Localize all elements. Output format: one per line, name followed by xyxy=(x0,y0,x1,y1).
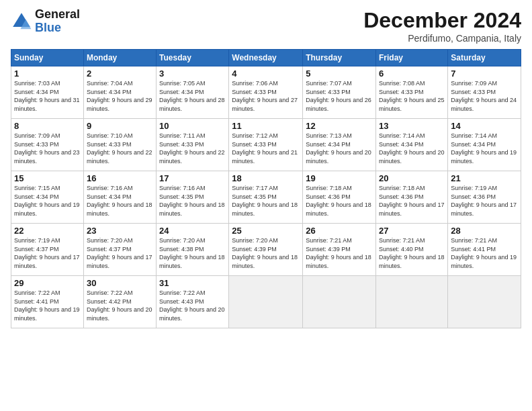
table-row: 10 Sunrise: 7:11 AMSunset: 4:33 PMDaylig… xyxy=(157,119,229,171)
table-row: 9 Sunrise: 7:10 AMSunset: 4:33 PMDayligh… xyxy=(83,119,156,171)
table-row: 27 Sunrise: 7:21 AMSunset: 4:40 PMDaylig… xyxy=(376,224,448,276)
day-number: 5 xyxy=(306,68,373,79)
calendar-week-row: 22 Sunrise: 7:19 AMSunset: 4:37 PMDaylig… xyxy=(11,224,521,276)
table-row: 20 Sunrise: 7:18 AMSunset: 4:36 PMDaylig… xyxy=(376,171,448,224)
day-number: 13 xyxy=(379,121,445,131)
day-number: 2 xyxy=(87,68,153,79)
day-number: 15 xyxy=(14,173,81,183)
calendar-week-row: 1 Sunrise: 7:03 AMSunset: 4:34 PMDayligh… xyxy=(11,66,521,119)
day-number: 17 xyxy=(159,173,226,183)
day-number: 16 xyxy=(87,173,153,183)
table-row: 5 Sunrise: 7:07 AMSunset: 4:33 PMDayligh… xyxy=(303,66,376,119)
table-row: 4 Sunrise: 7:06 AMSunset: 4:33 PMDayligh… xyxy=(229,66,303,119)
day-info: Sunrise: 7:14 AMSunset: 4:34 PMDaylight:… xyxy=(451,132,518,165)
logo-icon xyxy=(11,11,32,32)
table-row: 25 Sunrise: 7:20 AMSunset: 4:39 PMDaylig… xyxy=(229,224,303,276)
table-row: 17 Sunrise: 7:16 AMSunset: 4:35 PMDaylig… xyxy=(157,171,229,224)
day-number: 18 xyxy=(232,173,300,183)
day-info: Sunrise: 7:17 AMSunset: 4:35 PMDaylight:… xyxy=(232,184,300,218)
day-number: 9 xyxy=(87,121,153,131)
col-saturday: Saturday xyxy=(448,50,521,66)
day-info: Sunrise: 7:21 AMSunset: 4:40 PMDaylight:… xyxy=(379,236,445,270)
day-number: 24 xyxy=(159,226,226,236)
day-number: 27 xyxy=(379,226,445,236)
calendar-table: Sunday Monday Tuesday Wednesday Thursday… xyxy=(11,49,521,328)
day-number: 7 xyxy=(451,68,518,79)
day-number: 4 xyxy=(232,68,300,79)
day-number: 31 xyxy=(159,278,226,288)
table-row: 15 Sunrise: 7:15 AMSunset: 4:34 PMDaylig… xyxy=(11,171,84,224)
calendar-week-row: 15 Sunrise: 7:15 AMSunset: 4:34 PMDaylig… xyxy=(11,171,521,224)
day-info: Sunrise: 7:18 AMSunset: 4:36 PMDaylight:… xyxy=(379,184,445,218)
day-number: 21 xyxy=(451,173,518,183)
day-number: 25 xyxy=(232,226,300,236)
table-row: 21 Sunrise: 7:19 AMSunset: 4:36 PMDaylig… xyxy=(448,171,521,224)
calendar-week-row: 8 Sunrise: 7:09 AMSunset: 4:33 PMDayligh… xyxy=(11,119,521,171)
day-number: 14 xyxy=(451,121,518,131)
table-row: 24 Sunrise: 7:20 AMSunset: 4:38 PMDaylig… xyxy=(157,224,229,276)
table-row: 12 Sunrise: 7:13 AMSunset: 4:34 PMDaylig… xyxy=(303,119,376,171)
day-info: Sunrise: 7:11 AMSunset: 4:33 PMDaylight:… xyxy=(159,132,226,165)
day-number: 19 xyxy=(306,173,373,183)
day-info: Sunrise: 7:18 AMSunset: 4:36 PMDaylight:… xyxy=(306,184,373,218)
table-row xyxy=(303,276,376,328)
table-row xyxy=(448,276,521,328)
day-number: 20 xyxy=(379,173,445,183)
day-number: 29 xyxy=(14,278,81,288)
day-info: Sunrise: 7:16 AMSunset: 4:35 PMDaylight:… xyxy=(159,184,226,218)
day-number: 26 xyxy=(306,226,373,236)
day-info: Sunrise: 7:16 AMSunset: 4:34 PMDaylight:… xyxy=(87,184,153,218)
logo: General Blue xyxy=(11,8,80,35)
day-info: Sunrise: 7:09 AMSunset: 4:33 PMDaylight:… xyxy=(451,79,518,113)
col-monday: Monday xyxy=(83,50,156,66)
day-info: Sunrise: 7:07 AMSunset: 4:33 PMDaylight:… xyxy=(306,79,373,113)
table-row: 29 Sunrise: 7:22 AMSunset: 4:41 PMDaylig… xyxy=(11,276,84,328)
month-title: December 2024 xyxy=(363,8,521,33)
table-row: 31 Sunrise: 7:22 AMSunset: 4:43 PMDaylig… xyxy=(157,276,229,328)
table-row: 18 Sunrise: 7:17 AMSunset: 4:35 PMDaylig… xyxy=(229,171,303,224)
table-row: 14 Sunrise: 7:14 AMSunset: 4:34 PMDaylig… xyxy=(448,119,521,171)
day-info: Sunrise: 7:20 AMSunset: 4:38 PMDaylight:… xyxy=(159,236,226,270)
table-row: 11 Sunrise: 7:12 AMSunset: 4:33 PMDaylig… xyxy=(229,119,303,171)
table-row: 2 Sunrise: 7:04 AMSunset: 4:34 PMDayligh… xyxy=(83,66,156,119)
day-info: Sunrise: 7:15 AMSunset: 4:34 PMDaylight:… xyxy=(14,184,81,218)
table-row: 8 Sunrise: 7:09 AMSunset: 4:33 PMDayligh… xyxy=(11,119,84,171)
day-info: Sunrise: 7:22 AMSunset: 4:41 PMDaylight:… xyxy=(14,289,81,322)
calendar-week-row: 29 Sunrise: 7:22 AMSunset: 4:41 PMDaylig… xyxy=(11,276,521,328)
day-info: Sunrise: 7:03 AMSunset: 4:34 PMDaylight:… xyxy=(14,79,81,113)
table-row: 19 Sunrise: 7:18 AMSunset: 4:36 PMDaylig… xyxy=(303,171,376,224)
table-row: 13 Sunrise: 7:14 AMSunset: 4:34 PMDaylig… xyxy=(376,119,448,171)
day-info: Sunrise: 7:19 AMSunset: 4:36 PMDaylight:… xyxy=(451,184,518,218)
day-info: Sunrise: 7:19 AMSunset: 4:37 PMDaylight:… xyxy=(14,236,81,270)
day-number: 22 xyxy=(14,226,81,236)
table-row: 26 Sunrise: 7:21 AMSunset: 4:39 PMDaylig… xyxy=(303,224,376,276)
table-row xyxy=(376,276,448,328)
day-number: 3 xyxy=(159,68,226,79)
day-info: Sunrise: 7:04 AMSunset: 4:34 PMDaylight:… xyxy=(87,79,153,113)
table-row xyxy=(229,276,303,328)
table-row: 30 Sunrise: 7:22 AMSunset: 4:42 PMDaylig… xyxy=(83,276,156,328)
col-wednesday: Wednesday xyxy=(229,50,303,66)
table-row: 23 Sunrise: 7:20 AMSunset: 4:37 PMDaylig… xyxy=(83,224,156,276)
day-info: Sunrise: 7:22 AMSunset: 4:43 PMDaylight:… xyxy=(159,289,226,322)
day-info: Sunrise: 7:20 AMSunset: 4:39 PMDaylight:… xyxy=(232,236,300,270)
day-info: Sunrise: 7:22 AMSunset: 4:42 PMDaylight:… xyxy=(87,289,153,322)
day-number: 10 xyxy=(159,121,226,131)
subtitle: Perdifumo, Campania, Italy xyxy=(363,33,521,44)
logo-text: General Blue xyxy=(35,8,80,35)
day-number: 23 xyxy=(87,226,153,236)
day-number: 1 xyxy=(14,68,81,79)
day-info: Sunrise: 7:20 AMSunset: 4:37 PMDaylight:… xyxy=(87,236,153,270)
table-row: 7 Sunrise: 7:09 AMSunset: 4:33 PMDayligh… xyxy=(448,66,521,119)
day-number: 12 xyxy=(306,121,373,131)
col-thursday: Thursday xyxy=(303,50,376,66)
table-row: 16 Sunrise: 7:16 AMSunset: 4:34 PMDaylig… xyxy=(83,171,156,224)
day-info: Sunrise: 7:14 AMSunset: 4:34 PMDaylight:… xyxy=(379,132,445,165)
table-row: 3 Sunrise: 7:05 AMSunset: 4:34 PMDayligh… xyxy=(157,66,229,119)
day-info: Sunrise: 7:09 AMSunset: 4:33 PMDaylight:… xyxy=(14,132,81,165)
col-tuesday: Tuesday xyxy=(157,50,229,66)
table-row: 28 Sunrise: 7:21 AMSunset: 4:41 PMDaylig… xyxy=(448,224,521,276)
day-info: Sunrise: 7:21 AMSunset: 4:41 PMDaylight:… xyxy=(451,236,518,270)
day-info: Sunrise: 7:06 AMSunset: 4:33 PMDaylight:… xyxy=(232,79,300,113)
day-info: Sunrise: 7:08 AMSunset: 4:33 PMDaylight:… xyxy=(379,79,445,113)
